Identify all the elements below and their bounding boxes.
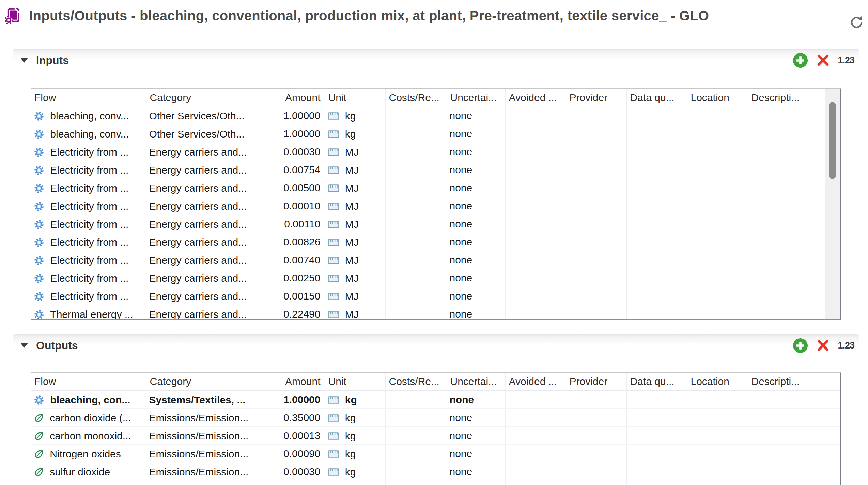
description-cell[interactable] (748, 143, 825, 161)
location-cell[interactable] (687, 287, 748, 305)
location-cell[interactable] (687, 125, 748, 143)
uncertainty-cell[interactable]: none (447, 233, 505, 251)
costs-cell[interactable] (385, 287, 447, 305)
data-quality-cell[interactable] (626, 125, 687, 143)
costs-cell[interactable] (385, 251, 447, 269)
unit-cell[interactable]: MJ (325, 215, 385, 233)
costs-cell[interactable] (385, 427, 447, 445)
unit-cell[interactable]: MJ (325, 233, 385, 251)
costs-cell[interactable] (385, 409, 447, 427)
flow-cell[interactable]: Electricity from ... (31, 197, 146, 215)
data-quality-cell[interactable] (626, 161, 687, 179)
data-quality-cell[interactable] (626, 143, 687, 161)
category-cell[interactable]: Other Services/Oth... (146, 107, 266, 125)
provider-cell[interactable] (566, 287, 626, 305)
amount-cell[interactable]: 0.22490 (266, 305, 325, 320)
flow-cell[interactable]: bleaching, conv... (31, 107, 146, 125)
unit-cell[interactable]: MJ (325, 251, 385, 269)
provider-cell[interactable] (566, 305, 626, 320)
description-cell[interactable] (748, 391, 840, 409)
flow-cell[interactable]: Thermal energy ... (31, 305, 146, 320)
amount-cell[interactable]: 0.00826 (266, 233, 325, 251)
uncertainty-cell[interactable]: none (447, 391, 505, 409)
table-row[interactable]: Electricity from ... Energy carriers and… (31, 215, 825, 233)
column-header-amount[interactable]: Amount (266, 373, 325, 391)
amount-cell[interactable]: 0.00013 (266, 427, 325, 445)
amount-cell[interactable]: 1.00000 (266, 107, 325, 125)
provider-cell[interactable] (566, 179, 626, 197)
description-cell[interactable] (748, 409, 840, 427)
provider-cell[interactable] (566, 215, 626, 233)
provider-cell[interactable] (566, 143, 626, 161)
location-cell[interactable] (687, 481, 748, 485)
column-header-descripti[interactable]: Descripti... (748, 89, 825, 107)
data-quality-cell[interactable] (626, 445, 687, 463)
costs-cell[interactable] (385, 445, 447, 463)
location-cell[interactable] (687, 305, 748, 320)
remove-flow-icon[interactable] (817, 339, 830, 352)
data-quality-cell[interactable] (626, 305, 687, 320)
data-quality-cell[interactable] (626, 179, 687, 197)
category-cell[interactable]: Energy carriers and... (146, 197, 266, 215)
collapse-triangle-icon[interactable] (20, 343, 28, 348)
column-header-avoided[interactable]: Avoided ... (505, 373, 566, 391)
inputs-section-label[interactable]: Inputs (36, 54, 69, 67)
column-header-costs-re[interactable]: Costs/Re... (385, 89, 447, 107)
costs-cell[interactable] (385, 107, 447, 125)
table-row[interactable]: bleaching, conv... Other Services/Oth...… (31, 107, 825, 125)
table-row[interactable]: Electricity from ... Energy carriers and… (31, 251, 825, 269)
uncertainty-cell[interactable]: none (447, 161, 505, 179)
table-row[interactable]: Nitrogen oxides Emissions/Emission... 0.… (31, 445, 840, 463)
scrollbar-thumb[interactable] (829, 102, 836, 179)
category-cell[interactable]: Energy carriers and... (146, 305, 266, 320)
category-cell[interactable]: Emissions/Emission... (146, 409, 266, 427)
provider-cell[interactable] (566, 409, 626, 427)
uncertainty-cell[interactable]: none (447, 143, 505, 161)
description-cell[interactable] (748, 287, 825, 305)
category-cell[interactable]: Energy carriers and... (146, 269, 266, 287)
unit-cell[interactable]: kg (325, 427, 385, 445)
description-cell[interactable] (748, 305, 825, 320)
costs-cell[interactable] (385, 143, 447, 161)
table-row[interactable]: Electricity from ... Energy carriers and… (31, 179, 825, 197)
amount-cell[interactable]: 0.00500 (266, 179, 325, 197)
location-cell[interactable] (687, 215, 748, 233)
provider-cell[interactable] (566, 427, 626, 445)
column-header-data-qu[interactable]: Data qu... (626, 89, 687, 107)
table-row[interactable] (31, 481, 840, 485)
data-quality-cell[interactable] (626, 269, 687, 287)
flow-cell[interactable]: carbon monoxid... (31, 427, 146, 445)
flow-cell[interactable]: Nitrogen oxides (31, 445, 146, 463)
avoided-cell[interactable] (505, 463, 566, 481)
flow-cell[interactable]: carbon dioxide (... (31, 409, 146, 427)
provider-cell[interactable] (566, 445, 626, 463)
amount-cell[interactable]: 0.00250 (266, 269, 325, 287)
formula-toggle-button[interactable]: 1.23 (838, 55, 854, 66)
data-quality-cell[interactable] (626, 391, 687, 409)
uncertainty-cell[interactable]: none (447, 125, 505, 143)
flow-cell[interactable]: bleaching, conv... (31, 125, 146, 143)
description-cell[interactable] (748, 427, 840, 445)
costs-cell[interactable] (385, 161, 447, 179)
costs-cell[interactable] (385, 481, 447, 485)
category-cell[interactable]: Emissions/Emission... (146, 445, 266, 463)
location-cell[interactable] (687, 391, 748, 409)
uncertainty-cell[interactable]: none (447, 251, 505, 269)
description-cell[interactable] (748, 233, 825, 251)
avoided-cell[interactable] (505, 179, 566, 197)
costs-cell[interactable] (385, 215, 447, 233)
avoided-cell[interactable] (505, 161, 566, 179)
column-header-amount[interactable]: Amount (266, 89, 325, 107)
location-cell[interactable] (687, 463, 748, 481)
description-cell[interactable] (748, 215, 825, 233)
avoided-cell[interactable] (505, 409, 566, 427)
column-header-flow[interactable]: Flow (31, 373, 146, 391)
column-header-location[interactable]: Location (687, 373, 748, 391)
data-quality-cell[interactable] (626, 287, 687, 305)
description-cell[interactable] (748, 161, 825, 179)
column-header-avoided[interactable]: Avoided ... (505, 89, 566, 107)
collapse-triangle-icon[interactable] (20, 58, 28, 63)
category-cell[interactable]: Energy carriers and... (146, 161, 266, 179)
unit-cell[interactable] (325, 481, 385, 485)
category-cell[interactable]: Other Services/Oth... (146, 125, 266, 143)
